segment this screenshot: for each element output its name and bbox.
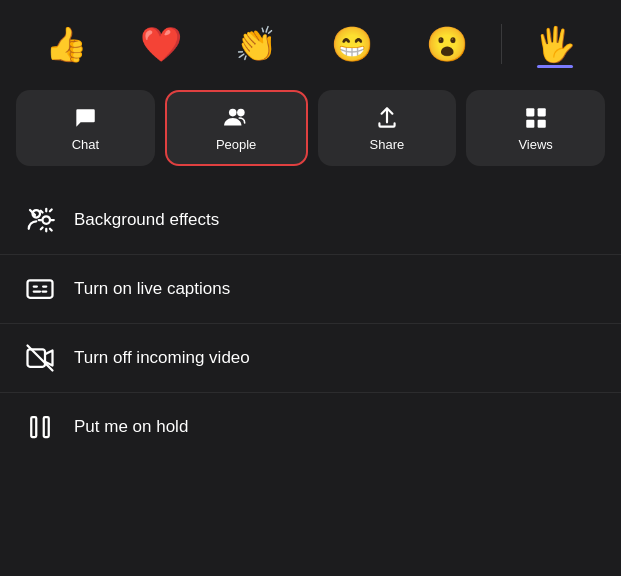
share-icon [374,105,400,131]
menu-item-live-captions[interactable]: Turn on live captions [0,255,621,324]
background-effects-icon [24,204,56,236]
reaction-grin[interactable]: 😁 [306,16,397,72]
svg-line-14 [41,211,43,213]
reactions-bar: 👍 ❤️ 👏 😁 😮 🖐️ [0,0,621,82]
live-captions-icon [24,273,56,305]
menu-item-hold-label: Put me on hold [74,417,188,437]
reaction-raise-hand[interactable]: 🖐️ [510,16,601,72]
tab-share[interactable]: Share [318,90,457,166]
reaction-heart[interactable]: ❤️ [115,16,206,72]
people-icon [223,105,249,131]
hold-icon [24,411,56,443]
svg-rect-17 [28,280,53,298]
svg-rect-21 [44,417,49,437]
tab-people[interactable]: People [165,90,308,166]
views-icon [523,105,549,131]
tabs-row: Chat People Share [0,82,621,182]
reaction-clap[interactable]: 👏 [211,16,302,72]
menu-item-incoming-video[interactable]: Turn off incoming video [0,324,621,393]
svg-line-11 [50,210,52,212]
reaction-thumbs-up[interactable]: 👍 [20,16,111,72]
reaction-wow[interactable]: 😮 [401,16,492,72]
svg-rect-5 [537,119,545,127]
svg-point-15 [43,216,51,224]
svg-rect-2 [526,108,534,116]
tab-people-label: People [216,137,256,152]
menu-item-background-effects[interactable]: Background effects [0,186,621,255]
menu-item-background-effects-label: Background effects [74,210,219,230]
incoming-video-icon [24,342,56,374]
svg-point-0 [229,108,237,116]
menu-item-incoming-video-label: Turn off incoming video [74,348,250,368]
svg-rect-20 [31,417,36,437]
tab-views[interactable]: Views [466,90,605,166]
svg-rect-3 [537,108,545,116]
menu-list: Background effects Turn on live captions… [0,182,621,465]
tab-chat-label: Chat [72,137,99,152]
tab-chat[interactable]: Chat [16,90,155,166]
svg-rect-4 [526,119,534,127]
svg-line-12 [41,227,43,229]
menu-item-live-captions-label: Turn on live captions [74,279,230,299]
tab-views-label: Views [518,137,552,152]
tab-share-label: Share [370,137,405,152]
menu-item-hold[interactable]: Put me on hold [0,393,621,461]
svg-point-1 [237,108,245,116]
svg-rect-18 [28,349,46,367]
svg-line-13 [50,229,52,231]
chat-icon [72,105,98,131]
reactions-divider [501,24,502,64]
